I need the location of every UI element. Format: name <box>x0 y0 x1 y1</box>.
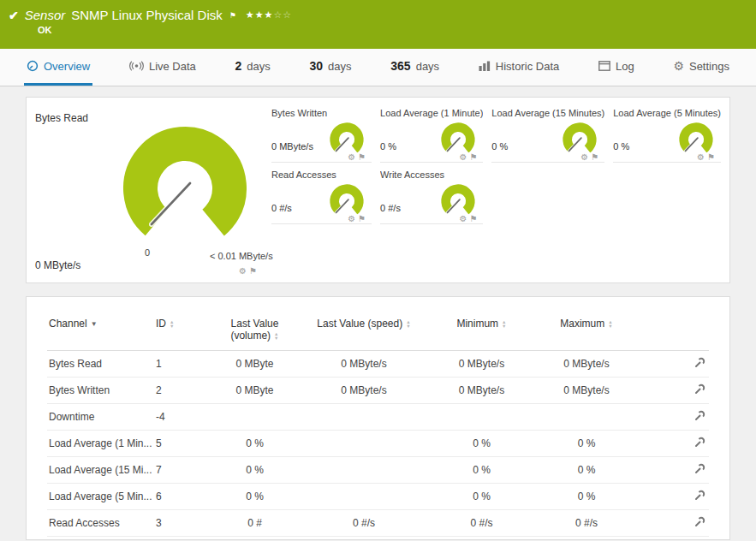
channels-table-panel: Channel▼ ID▲▼ Last Value (volume)▲▼ Last… <box>26 296 730 540</box>
tab-log[interactable]: Log <box>596 49 637 86</box>
channel-last-speed: 0 #/s <box>300 510 428 537</box>
column-label: ID <box>156 318 166 330</box>
gauge-pin-icon[interactable]: ⚑ <box>591 152 601 162</box>
overview-gauge-icon <box>27 60 39 72</box>
log-window-icon <box>598 61 610 71</box>
table-row: Write Accesses 4 0 # 0 #/s 0 #/s 0 #/s <box>47 537 709 541</box>
settings-gear-icon: ⚙ <box>673 60 684 72</box>
channel-maximum: 0 MByte/s <box>535 378 638 404</box>
gauge-pin-icon[interactable]: ⚑ <box>469 152 479 162</box>
channel-maximum <box>535 404 638 431</box>
gauge-pin-icon[interactable]: ⚑ <box>249 266 259 276</box>
channel-id: 4 <box>154 537 210 541</box>
tab-label: days <box>328 60 351 73</box>
channel-settings-wrench-icon[interactable] <box>694 383 705 397</box>
gauge-settings-gear-icon[interactable]: ⚙ <box>459 152 469 162</box>
tab-live-data[interactable]: Live Data <box>127 49 199 86</box>
channel-id: 1 <box>154 351 210 378</box>
gauge-value: 0 #/s <box>380 203 401 213</box>
favorite-stars[interactable]: ★★★☆☆ <box>246 9 292 21</box>
tab-settings[interactable]: ⚙ Settings <box>670 49 732 86</box>
channel-minimum: 0 % <box>428 457 535 484</box>
channel-last-volume <box>210 404 300 431</box>
channel-settings-wrench-icon[interactable] <box>694 463 705 477</box>
gauge-title: Load Average (5 Minutes) <box>613 108 721 118</box>
table-row: Bytes Read 1 0 MByte 0 MByte/s 0 MByte/s… <box>47 351 709 378</box>
tab-number: 2 <box>235 59 242 73</box>
gauge-settings-gear-icon[interactable]: ⚙ <box>348 152 358 162</box>
channel-maximum: 0 MByte/s <box>535 351 638 378</box>
sort-icon: ▲▼ <box>406 320 410 328</box>
channel-minimum <box>428 404 535 431</box>
overview-content: Bytes Read 0 < 0.01 MByte/s 0 MByte/s ⚙⚑… <box>0 86 756 540</box>
channel-last-speed: 0 MByte/s <box>300 378 428 404</box>
tab-label: Historic Data <box>496 60 559 73</box>
channel-maximum: 0 % <box>535 457 638 484</box>
channel-settings-wrench-icon[interactable] <box>694 490 705 503</box>
channel-name: Load Average (1 Min... <box>47 431 154 457</box>
gauge-value: 0 % <box>613 141 629 152</box>
column-header-minimum[interactable]: Minimum▲▼ <box>428 314 535 351</box>
gauge-dial <box>112 120 258 257</box>
tab-365-days[interactable]: 365 days <box>388 49 442 86</box>
channel-minimum: 0 MByte/s <box>428 351 535 378</box>
channel-maximum: 0 % <box>535 484 638 510</box>
gauge-settings-gear-icon[interactable]: ⚙ <box>459 214 469 223</box>
channel-name: Write Accesses <box>47 537 154 541</box>
gauge-title: Load Average (1 Minute) <box>380 108 483 118</box>
channel-id: 6 <box>154 484 210 510</box>
channel-settings-wrench-icon[interactable] <box>694 357 705 371</box>
gauge-title: Bytes Read <box>35 112 88 124</box>
channel-minimum: 0 % <box>428 431 535 457</box>
column-label: Last Value (speed) <box>317 318 402 330</box>
channel-settings-wrench-icon[interactable] <box>694 516 705 530</box>
channel-last-speed: 0 MByte/s <box>300 351 428 378</box>
gauge-read-accesses: Read Accesses 0 #/s ⚙⚑ <box>271 169 372 224</box>
tab-number: 30 <box>310 59 324 73</box>
column-header-maximum[interactable]: Maximum▲▼ <box>535 314 638 351</box>
gauge-settings-gear-icon[interactable]: ⚙ <box>239 266 249 276</box>
gauge-bytes-read: Bytes Read 0 < 0.01 MByte/s 0 MByte/s ⚙⚑ <box>27 98 268 282</box>
sensor-title: SNMP Linux Physical Disk <box>71 8 222 22</box>
channel-last-speed: 0 #/s <box>300 537 428 541</box>
channel-settings-wrench-icon[interactable] <box>694 437 705 450</box>
tab-30-days[interactable]: 30 days <box>307 49 354 86</box>
channel-minimum: 0 MByte/s <box>428 378 535 404</box>
priority-flag-icon[interactable]: ⚑ <box>229 11 236 20</box>
gauge-pin-icon[interactable]: ⚑ <box>469 214 479 223</box>
channel-settings-wrench-icon[interactable] <box>694 410 705 424</box>
column-header-id[interactable]: ID▲▼ <box>154 314 210 351</box>
column-header-last-value-volume[interactable]: Last Value (volume)▲▼ <box>210 314 300 351</box>
tab-2-days[interactable]: 2 days <box>233 49 273 86</box>
tab-historic-data[interactable]: Historic Data <box>476 49 562 86</box>
channel-last-speed <box>300 484 428 510</box>
column-header-tools <box>638 314 709 351</box>
channel-last-speed <box>300 457 428 484</box>
channel-name: Load Average (5 Min... <box>47 484 154 510</box>
gauge-pin-icon[interactable]: ⚑ <box>358 214 368 223</box>
channel-last-volume: 0 % <box>210 457 300 484</box>
live-data-icon <box>129 61 144 71</box>
channel-last-volume: 0 % <box>210 484 300 510</box>
gauge-pin-icon[interactable]: ⚑ <box>358 152 368 162</box>
gauge-settings-gear-icon[interactable]: ⚙ <box>348 214 358 223</box>
channel-last-volume: 0 % <box>210 431 300 457</box>
channel-last-speed <box>300 431 428 457</box>
channel-minimum: 0 #/s <box>428 537 535 541</box>
channel-maximum: 0 % <box>535 431 638 457</box>
column-header-channel[interactable]: Channel▼ <box>47 314 154 351</box>
small-gauges-grid: Bytes Written 0 MByte/s ⚙⚑ Load Average … <box>268 98 729 282</box>
channel-last-volume: 0 # <box>210 510 300 537</box>
table-row: Load Average (1 Min... 5 0 % 0 % 0 % <box>47 431 709 457</box>
gauge-settings-gear-icon[interactable]: ⚙ <box>580 152 591 162</box>
channels-table: Channel▼ ID▲▼ Last Value (volume)▲▼ Last… <box>47 314 709 540</box>
table-row: Bytes Written 2 0 MByte 0 MByte/s 0 MByt… <box>47 378 709 404</box>
gauge-pin-icon[interactable]: ⚑ <box>707 152 717 162</box>
gauge-settings-gear-icon[interactable]: ⚙ <box>697 152 707 162</box>
channel-id: 7 <box>154 457 210 484</box>
sort-desc-icon: ▼ <box>91 320 98 328</box>
table-row: Read Accesses 3 0 # 0 #/s 0 #/s 0 #/s <box>47 510 709 537</box>
tab-overview[interactable]: Overview <box>24 49 92 86</box>
column-label: Last Value (volume) <box>230 318 278 342</box>
column-header-last-value-speed[interactable]: Last Value (speed)▲▼ <box>300 314 428 351</box>
